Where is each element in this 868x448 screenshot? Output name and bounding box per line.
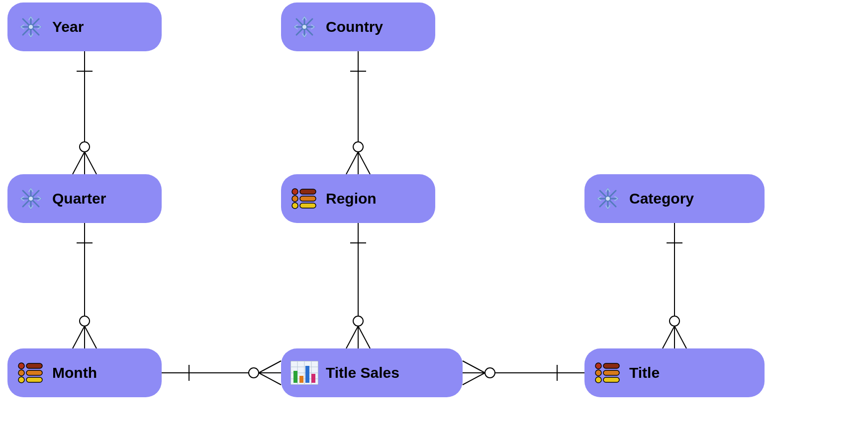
snowflake-icon (290, 12, 319, 41)
entity-label: Year (52, 18, 84, 35)
svg-line-40 (675, 326, 686, 348)
entity-label: Country (326, 18, 383, 35)
entity-quarter[interactable]: Quarter (7, 174, 162, 223)
svg-line-15 (346, 152, 358, 174)
svg-point-38 (670, 316, 679, 326)
svg-point-67 (28, 196, 33, 201)
entity-region[interactable]: Region (281, 174, 435, 223)
entity-month[interactable]: Month (7, 348, 162, 397)
svg-point-32 (485, 368, 495, 378)
entity-title-sales[interactable]: Title Sales (281, 348, 463, 397)
svg-rect-103 (311, 374, 315, 383)
entity-country[interactable]: Country (281, 2, 435, 51)
entity-label: Region (326, 190, 377, 207)
list-icon (593, 358, 622, 387)
entity-label: Title Sales (326, 364, 399, 381)
svg-rect-100 (293, 371, 297, 383)
svg-point-54 (28, 24, 33, 29)
svg-line-16 (358, 152, 370, 174)
svg-rect-71 (26, 370, 42, 375)
entity-label: Quarter (52, 190, 106, 207)
svg-point-89 (292, 196, 298, 202)
entity-title[interactable]: Title (584, 348, 765, 397)
svg-point-2 (80, 142, 90, 152)
entity-label: Category (629, 190, 694, 207)
svg-line-4 (85, 152, 96, 174)
svg-line-28 (259, 373, 281, 385)
svg-line-39 (663, 326, 675, 348)
svg-point-14 (353, 142, 363, 152)
svg-rect-118 (603, 363, 619, 368)
svg-line-27 (259, 361, 281, 373)
svg-point-117 (595, 363, 601, 369)
svg-point-121 (595, 377, 601, 383)
svg-point-119 (595, 370, 601, 376)
svg-rect-120 (603, 370, 619, 375)
entity-label: Title (629, 364, 660, 381)
chart-icon (290, 358, 319, 387)
entity-label: Month (52, 364, 97, 381)
svg-point-91 (292, 203, 298, 209)
svg-point-86 (302, 24, 307, 29)
diagram-canvas: Year Quarter Month (0, 0, 868, 448)
svg-point-20 (353, 316, 363, 326)
svg-line-22 (358, 326, 370, 348)
svg-rect-88 (300, 189, 316, 194)
list-icon (290, 184, 319, 213)
svg-point-70 (18, 370, 24, 376)
svg-line-34 (463, 373, 485, 385)
svg-line-21 (346, 326, 358, 348)
svg-line-33 (463, 361, 485, 373)
svg-rect-73 (26, 377, 42, 382)
svg-rect-102 (305, 366, 309, 383)
svg-point-68 (18, 363, 24, 369)
svg-point-72 (18, 377, 24, 383)
svg-point-26 (249, 368, 259, 378)
entity-category[interactable]: Category (584, 174, 765, 223)
svg-rect-122 (603, 377, 619, 382)
svg-rect-101 (299, 376, 303, 383)
snowflake-icon (593, 184, 622, 213)
svg-point-87 (292, 189, 298, 195)
svg-line-10 (85, 326, 96, 348)
svg-rect-69 (26, 363, 42, 368)
snowflake-icon (16, 184, 45, 213)
snowflake-icon (16, 12, 45, 41)
svg-line-3 (73, 152, 85, 174)
svg-point-8 (80, 316, 90, 326)
svg-rect-90 (300, 196, 316, 201)
list-icon (16, 358, 45, 387)
svg-point-116 (605, 196, 610, 201)
svg-rect-92 (300, 203, 316, 208)
entity-year[interactable]: Year (7, 2, 162, 51)
svg-line-9 (73, 326, 85, 348)
